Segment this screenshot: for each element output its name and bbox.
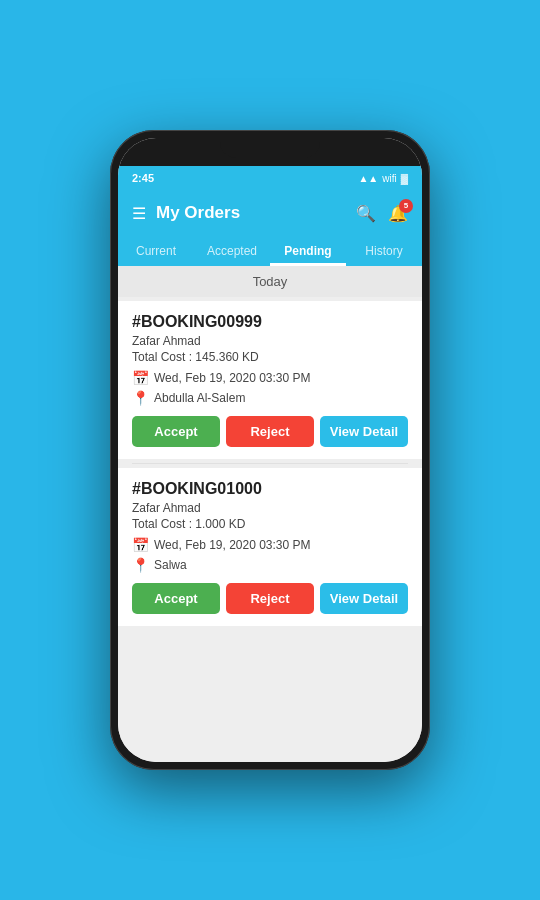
- card-actions-2: Accept Reject View Detail: [132, 583, 408, 614]
- customer-name-1: Zafar Ahmad: [132, 334, 408, 348]
- page-title: My Orders: [156, 203, 240, 223]
- datetime-text-2: Wed, Feb 19, 2020 03:30 PM: [154, 538, 311, 552]
- notch-area: [118, 138, 422, 166]
- datetime-row-1: 📅 Wed, Feb 19, 2020 03:30 PM: [132, 370, 408, 386]
- reject-button-1[interactable]: Reject: [226, 416, 314, 447]
- header-left: ☰ My Orders: [132, 203, 240, 223]
- calendar-icon-2: 📅: [132, 537, 148, 553]
- total-cost-2: Total Cost : 1.000 KD: [132, 517, 408, 531]
- app-header: ☰ My Orders 🔍 🔔 5: [118, 190, 422, 236]
- search-icon[interactable]: 🔍: [356, 204, 376, 223]
- tab-bar: Current Accepted Pending History: [118, 236, 422, 266]
- phone-screen: 2:45 ▲▲ wifi ▓ ☰ My Orders 🔍 🔔 5: [118, 138, 422, 762]
- datetime-row-2: 📅 Wed, Feb 19, 2020 03:30 PM: [132, 537, 408, 553]
- accept-button-2[interactable]: Accept: [132, 583, 220, 614]
- status-time: 2:45: [132, 172, 154, 184]
- notification-badge: 5: [399, 199, 413, 213]
- datetime-text-1: Wed, Feb 19, 2020 03:30 PM: [154, 371, 311, 385]
- location-row-1: 📍 Abdulla Al-Salem: [132, 390, 408, 406]
- customer-name-2: Zafar Ahmad: [132, 501, 408, 515]
- view-detail-button-1[interactable]: View Detail: [320, 416, 408, 447]
- reject-button-2[interactable]: Reject: [226, 583, 314, 614]
- notification-bell[interactable]: 🔔 5: [388, 204, 408, 223]
- wifi-icon: wifi: [382, 173, 396, 184]
- booking-id-2: #BOOKING01000: [132, 480, 408, 498]
- order-card-1: #BOOKING00999 Zafar Ahmad Total Cost : 1…: [118, 301, 422, 459]
- location-text-1: Abdulla Al-Salem: [154, 391, 245, 405]
- booking-id-1: #BOOKING00999: [132, 313, 408, 331]
- calendar-icon-1: 📅: [132, 370, 148, 386]
- location-icon-2: 📍: [132, 557, 148, 573]
- header-right: 🔍 🔔 5: [356, 204, 408, 223]
- status-icons: ▲▲ wifi ▓: [358, 173, 408, 184]
- menu-icon[interactable]: ☰: [132, 204, 146, 223]
- tab-accepted[interactable]: Accepted: [194, 236, 270, 266]
- location-text-2: Salwa: [154, 558, 187, 572]
- notch: [220, 138, 320, 158]
- phone-frame: 2:45 ▲▲ wifi ▓ ☰ My Orders 🔍 🔔 5: [110, 130, 430, 770]
- view-detail-button-2[interactable]: View Detail: [320, 583, 408, 614]
- total-cost-1: Total Cost : 145.360 KD: [132, 350, 408, 364]
- section-today: Today: [118, 266, 422, 297]
- tab-current[interactable]: Current: [118, 236, 194, 266]
- tab-pending[interactable]: Pending: [270, 236, 346, 266]
- signal-icon: ▲▲: [358, 173, 378, 184]
- location-icon-1: 📍: [132, 390, 148, 406]
- location-row-2: 📍 Salwa: [132, 557, 408, 573]
- card-divider: [132, 463, 408, 464]
- accept-button-1[interactable]: Accept: [132, 416, 220, 447]
- orders-content: Today #BOOKING00999 Zafar Ahmad Total Co…: [118, 266, 422, 762]
- battery-icon: ▓: [401, 173, 408, 184]
- status-bar: 2:45 ▲▲ wifi ▓: [118, 166, 422, 190]
- tab-history[interactable]: History: [346, 236, 422, 266]
- card-actions-1: Accept Reject View Detail: [132, 416, 408, 447]
- order-card-2: #BOOKING01000 Zafar Ahmad Total Cost : 1…: [118, 468, 422, 626]
